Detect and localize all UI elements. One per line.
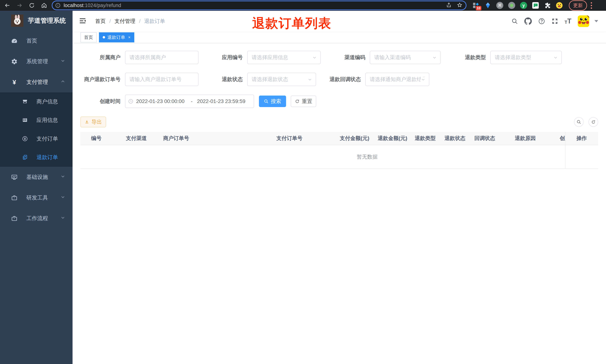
browser-menu-icon[interactable] bbox=[590, 2, 592, 9]
channel-select[interactable] bbox=[370, 51, 441, 64]
show-search-toggle-button[interactable] bbox=[574, 117, 584, 127]
browser-home-button[interactable] bbox=[40, 2, 48, 9]
browser-reload-button[interactable] bbox=[28, 2, 35, 9]
avatar[interactable] bbox=[578, 15, 589, 27]
breadcrumb-payment[interactable]: 支付管理 bbox=[115, 18, 135, 25]
column-header-created-time[interactable]: 创建时间 bbox=[556, 135, 565, 142]
page: localhost:1024/pay/refund 10 ⌘ y bbox=[0, 0, 606, 364]
document-copy-icon bbox=[22, 154, 28, 161]
sidebar-item-label: 支付订单 bbox=[37, 135, 58, 143]
sidebar-item-infra[interactable]: 基础设施 bbox=[0, 167, 73, 187]
column-header-pay-order-no[interactable]: 支付订单号 bbox=[273, 135, 336, 142]
sidebar-logo[interactable]: 芋道管理系统 bbox=[0, 11, 73, 30]
bookmark-star-icon[interactable] bbox=[457, 2, 462, 9]
sidebar-item-app-info[interactable]: 应用信息 bbox=[0, 111, 73, 130]
breadcrumb: 首页 / 支付管理 / 退款订单 bbox=[95, 18, 165, 25]
browser-forward-button[interactable] bbox=[16, 2, 23, 9]
tag-close-icon[interactable]: × bbox=[128, 35, 131, 40]
date-start-value[interactable]: 2022-01-23 00:00:00 bbox=[136, 98, 189, 104]
page-title-annotation: 退款订单列表 bbox=[252, 15, 331, 32]
sidebar-item-system[interactable]: 系统管理 bbox=[0, 51, 73, 72]
breadcrumb-separator: / bbox=[109, 18, 111, 24]
column-header-refund-status[interactable]: 退款状态 bbox=[441, 135, 471, 142]
font-size-icon[interactable]: TT bbox=[565, 18, 571, 25]
column-header-pay-channel[interactable]: 支付渠道 bbox=[122, 135, 159, 142]
browser-update-button[interactable]: 更新 bbox=[569, 0, 587, 11]
browser-toolbar: localhost:1024/pay/refund 10 ⌘ y bbox=[0, 0, 606, 11]
clock-icon bbox=[128, 99, 133, 104]
extension-command-icon[interactable]: ⌘ bbox=[496, 1, 504, 9]
refund-table: 编号 支付渠道 商户订单号 支付订单号 支付金额(元) 退款金额(元) 退款类型… bbox=[80, 132, 598, 169]
date-end-value[interactable]: 2022-01-23 23:59:59 bbox=[197, 98, 250, 104]
extension-gem-icon[interactable] bbox=[484, 1, 492, 9]
browser-back-button[interactable] bbox=[4, 2, 11, 9]
reset-button[interactable]: 重置 bbox=[291, 96, 316, 107]
search-button[interactable]: 搜索 bbox=[259, 96, 286, 107]
refund-type-select[interactable] bbox=[490, 51, 562, 64]
export-button[interactable]: 导出 bbox=[80, 117, 106, 127]
column-header-id[interactable]: 编号 bbox=[80, 135, 122, 142]
avatar-caret-icon[interactable] bbox=[594, 20, 598, 22]
extension-badge: 10 bbox=[476, 6, 481, 10]
refund-status-select[interactable] bbox=[247, 73, 316, 86]
github-icon[interactable] bbox=[524, 17, 532, 25]
sidebar-collapse-icon[interactable] bbox=[79, 17, 87, 25]
notify-status-select[interactable] bbox=[365, 73, 429, 86]
breadcrumb-home[interactable]: 首页 bbox=[95, 18, 106, 25]
chevron-down-icon bbox=[60, 174, 66, 180]
extension-emoji-icon[interactable] bbox=[555, 1, 563, 9]
url-text: localhost:1024/pay/refund bbox=[64, 3, 121, 8]
app-select[interactable] bbox=[247, 51, 321, 64]
tag-home[interactable]: 首页 bbox=[80, 32, 97, 42]
created-date-range-picker[interactable]: 2022-01-23 00:00:00 - 2022-01-23 23:59:5… bbox=[125, 95, 254, 108]
column-header-pay-amount[interactable]: 支付金额(元) bbox=[336, 135, 374, 142]
monitor-chart-icon bbox=[11, 174, 18, 181]
sidebar-item-devtools[interactable]: 研发工具 bbox=[0, 187, 73, 208]
extension-grid-icon[interactable]: 10 bbox=[472, 1, 480, 9]
filter-label-refund-type: 退款类型 bbox=[441, 51, 486, 64]
merchant-input[interactable] bbox=[125, 51, 198, 64]
help-icon[interactable] bbox=[538, 18, 545, 25]
column-header-refund-type[interactable]: 退款类型 bbox=[411, 135, 441, 142]
fullscreen-icon[interactable] bbox=[552, 18, 558, 25]
briefcase-icon bbox=[11, 194, 18, 201]
share-icon[interactable] bbox=[446, 2, 452, 9]
tag-refund-order[interactable]: 退款订单 × bbox=[99, 32, 134, 42]
table-header-row: 编号 支付渠道 商户订单号 支付订单号 支付金额(元) 退款金额(元) 退款类型… bbox=[80, 132, 598, 145]
active-dot bbox=[103, 36, 105, 39]
storefront-icon bbox=[22, 99, 28, 105]
sidebar-item-label: 工作流程 bbox=[26, 215, 48, 222]
filter-label-refund-status: 退款状态 bbox=[198, 73, 243, 86]
sidebar-item-pay-order[interactable]: 支付订单 bbox=[0, 130, 73, 148]
column-header-callback-status[interactable]: 回调状态 bbox=[471, 135, 511, 142]
column-header-actions[interactable]: 操作 bbox=[565, 135, 598, 142]
merchant-refund-no-input[interactable] bbox=[125, 73, 198, 86]
sidebar-item-workflow[interactable]: 工作流程 bbox=[0, 208, 73, 229]
table-empty-row: 暂无数据 bbox=[80, 145, 598, 169]
column-header-merchant-order-no[interactable]: 商户订单号 bbox=[159, 135, 273, 142]
search-icon[interactable] bbox=[511, 18, 518, 25]
tags-view: 首页 退款订单 × bbox=[73, 32, 606, 43]
extension-record-icon[interactable] bbox=[508, 1, 516, 9]
filter-label-merchant-refund-no: 商户退款订单号 bbox=[80, 73, 120, 86]
breadcrumb-current: 退款订单 bbox=[144, 18, 165, 25]
app-title: 芋道管理系统 bbox=[28, 16, 66, 25]
extension-chat-icon[interactable] bbox=[532, 1, 540, 9]
gear-icon bbox=[11, 58, 18, 65]
header-actions: TT bbox=[511, 15, 598, 27]
dashboard-icon bbox=[11, 37, 18, 44]
chevron-up-icon bbox=[60, 79, 66, 85]
site-info-icon[interactable] bbox=[55, 3, 61, 8]
sidebar-item-payment[interactable]: ¥ 支付管理 bbox=[0, 72, 73, 92]
sidebar-item-refund-order[interactable]: 退款订单 bbox=[0, 148, 73, 167]
extension-y-icon[interactable]: y bbox=[520, 1, 527, 9]
address-bar[interactable]: localhost:1024/pay/refund bbox=[53, 1, 466, 10]
extension-puzzle-icon[interactable] bbox=[543, 1, 551, 9]
refresh-table-button[interactable] bbox=[589, 117, 598, 127]
sidebar-item-home[interactable]: 首页 bbox=[0, 30, 73, 51]
sidebar-item-label: 应用信息 bbox=[37, 117, 58, 124]
briefcase-icon bbox=[11, 215, 18, 222]
column-header-refund-amount[interactable]: 退款金额(元) bbox=[374, 135, 411, 142]
column-header-refund-reason[interactable]: 退款原因 bbox=[511, 135, 556, 142]
sidebar-item-merchant-info[interactable]: 商户信息 bbox=[0, 92, 73, 111]
